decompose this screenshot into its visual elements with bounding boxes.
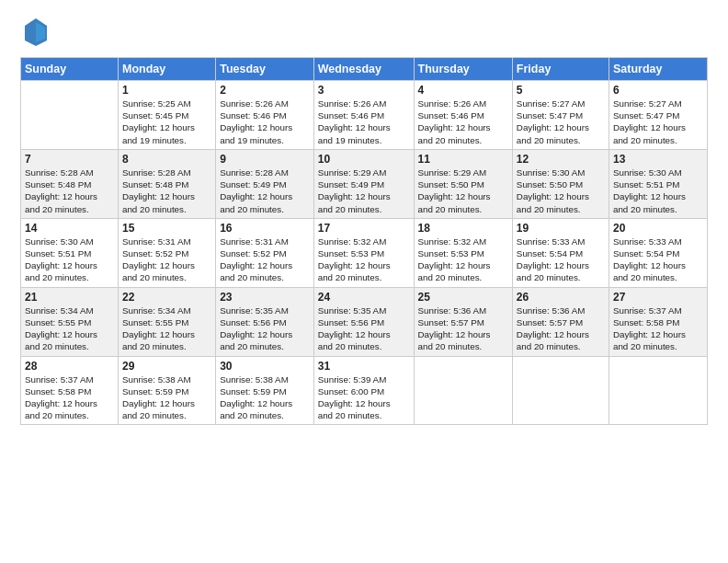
day-number: 1 xyxy=(122,84,211,97)
calendar-cell: 3Sunrise: 5:26 AM Sunset: 5:46 PM Daylig… xyxy=(313,81,414,150)
day-info: Sunrise: 5:33 AM Sunset: 5:54 PM Dayligh… xyxy=(613,236,703,284)
day-info: Sunrise: 5:27 AM Sunset: 5:47 PM Dayligh… xyxy=(517,98,605,146)
day-number: 6 xyxy=(613,84,703,97)
day-info: Sunrise: 5:25 AM Sunset: 5:45 PM Dayligh… xyxy=(122,98,211,146)
day-number: 25 xyxy=(418,291,508,304)
day-number: 20 xyxy=(613,222,703,235)
header xyxy=(20,17,708,48)
day-number: 31 xyxy=(318,360,410,373)
calendar-cell xyxy=(21,81,119,150)
calendar-cell: 17Sunrise: 5:32 AM Sunset: 5:53 PM Dayli… xyxy=(313,218,414,287)
day-number: 8 xyxy=(122,153,211,166)
calendar-week-3: 14Sunrise: 5:30 AM Sunset: 5:51 PM Dayli… xyxy=(21,218,708,287)
calendar-cell: 9Sunrise: 5:28 AM Sunset: 5:49 PM Daylig… xyxy=(216,149,314,218)
weekday-header-row: SundayMondayTuesdayWednesdayThursdayFrid… xyxy=(21,58,708,81)
day-number: 16 xyxy=(220,222,310,235)
weekday-header-saturday: Saturday xyxy=(609,58,707,81)
calendar-cell: 22Sunrise: 5:34 AM Sunset: 5:55 PM Dayli… xyxy=(118,287,215,356)
day-number: 3 xyxy=(318,84,410,97)
calendar-cell: 28Sunrise: 5:37 AM Sunset: 5:58 PM Dayli… xyxy=(21,356,119,425)
day-number: 17 xyxy=(318,222,410,235)
day-info: Sunrise: 5:31 AM Sunset: 5:52 PM Dayligh… xyxy=(220,236,310,284)
day-info: Sunrise: 5:37 AM Sunset: 5:58 PM Dayligh… xyxy=(25,373,114,422)
calendar-cell: 7Sunrise: 5:28 AM Sunset: 5:48 PM Daylig… xyxy=(21,149,119,218)
day-info: Sunrise: 5:32 AM Sunset: 5:53 PM Dayligh… xyxy=(418,236,508,284)
calendar-cell: 12Sunrise: 5:30 AM Sunset: 5:50 PM Dayli… xyxy=(512,149,609,218)
day-number: 29 xyxy=(122,360,211,373)
day-number: 13 xyxy=(613,153,703,166)
day-info: Sunrise: 5:28 AM Sunset: 5:49 PM Dayligh… xyxy=(220,167,310,215)
calendar-table: SundayMondayTuesdayWednesdayThursdayFrid… xyxy=(20,57,708,425)
day-info: Sunrise: 5:38 AM Sunset: 5:59 PM Dayligh… xyxy=(220,373,310,422)
calendar-cell xyxy=(414,356,512,425)
calendar-cell: 1Sunrise: 5:25 AM Sunset: 5:45 PM Daylig… xyxy=(118,81,215,150)
calendar-cell: 8Sunrise: 5:28 AM Sunset: 5:48 PM Daylig… xyxy=(118,149,215,218)
day-number: 9 xyxy=(220,153,310,166)
calendar-cell xyxy=(609,356,707,425)
page: SundayMondayTuesdayWednesdayThursdayFrid… xyxy=(0,0,728,563)
day-info: Sunrise: 5:31 AM Sunset: 5:52 PM Dayligh… xyxy=(122,236,211,284)
calendar-cell: 16Sunrise: 5:31 AM Sunset: 5:52 PM Dayli… xyxy=(216,218,314,287)
calendar-cell: 11Sunrise: 5:29 AM Sunset: 5:50 PM Dayli… xyxy=(414,149,512,218)
weekday-header-tuesday: Tuesday xyxy=(216,58,314,81)
day-info: Sunrise: 5:37 AM Sunset: 5:58 PM Dayligh… xyxy=(613,304,703,353)
calendar-cell: 19Sunrise: 5:33 AM Sunset: 5:54 PM Dayli… xyxy=(512,218,609,287)
day-number: 11 xyxy=(418,153,508,166)
day-info: Sunrise: 5:29 AM Sunset: 5:50 PM Dayligh… xyxy=(418,167,508,215)
day-info: Sunrise: 5:35 AM Sunset: 5:56 PM Dayligh… xyxy=(220,304,310,353)
day-info: Sunrise: 5:39 AM Sunset: 6:00 PM Dayligh… xyxy=(318,373,410,422)
day-info: Sunrise: 5:34 AM Sunset: 5:55 PM Dayligh… xyxy=(122,304,211,353)
day-info: Sunrise: 5:35 AM Sunset: 5:56 PM Dayligh… xyxy=(318,304,410,353)
calendar-cell: 26Sunrise: 5:36 AM Sunset: 5:57 PM Dayli… xyxy=(512,287,609,356)
calendar-cell: 23Sunrise: 5:35 AM Sunset: 5:56 PM Dayli… xyxy=(216,287,314,356)
day-info: Sunrise: 5:34 AM Sunset: 5:55 PM Dayligh… xyxy=(25,304,114,353)
day-info: Sunrise: 5:26 AM Sunset: 5:46 PM Dayligh… xyxy=(220,98,310,146)
day-info: Sunrise: 5:30 AM Sunset: 5:51 PM Dayligh… xyxy=(613,167,703,215)
day-number: 7 xyxy=(25,153,114,166)
day-info: Sunrise: 5:27 AM Sunset: 5:47 PM Dayligh… xyxy=(613,98,703,146)
weekday-header-monday: Monday xyxy=(118,58,215,81)
day-info: Sunrise: 5:30 AM Sunset: 5:50 PM Dayligh… xyxy=(517,167,605,215)
day-info: Sunrise: 5:33 AM Sunset: 5:54 PM Dayligh… xyxy=(517,236,605,284)
day-info: Sunrise: 5:28 AM Sunset: 5:48 PM Dayligh… xyxy=(25,167,114,215)
day-number: 5 xyxy=(517,84,605,97)
day-number: 23 xyxy=(220,291,310,304)
calendar-cell: 14Sunrise: 5:30 AM Sunset: 5:51 PM Dayli… xyxy=(21,218,119,287)
calendar-cell: 4Sunrise: 5:26 AM Sunset: 5:46 PM Daylig… xyxy=(414,81,512,150)
day-info: Sunrise: 5:26 AM Sunset: 5:46 PM Dayligh… xyxy=(318,98,410,146)
day-info: Sunrise: 5:36 AM Sunset: 5:57 PM Dayligh… xyxy=(517,304,605,353)
logo-icon xyxy=(23,17,49,48)
day-number: 18 xyxy=(418,222,508,235)
calendar-cell: 25Sunrise: 5:36 AM Sunset: 5:57 PM Dayli… xyxy=(414,287,512,356)
day-number: 10 xyxy=(318,153,410,166)
day-number: 30 xyxy=(220,360,310,373)
weekday-header-thursday: Thursday xyxy=(414,58,512,81)
day-number: 24 xyxy=(318,291,410,304)
day-number: 4 xyxy=(418,84,508,97)
day-number: 26 xyxy=(517,291,605,304)
calendar-cell: 5Sunrise: 5:27 AM Sunset: 5:47 PM Daylig… xyxy=(512,81,609,150)
day-info: Sunrise: 5:29 AM Sunset: 5:49 PM Dayligh… xyxy=(318,167,410,215)
calendar-cell: 31Sunrise: 5:39 AM Sunset: 6:00 PM Dayli… xyxy=(313,356,414,425)
calendar-cell: 29Sunrise: 5:38 AM Sunset: 5:59 PM Dayli… xyxy=(118,356,215,425)
day-number: 19 xyxy=(517,222,605,235)
calendar-cell: 15Sunrise: 5:31 AM Sunset: 5:52 PM Dayli… xyxy=(118,218,215,287)
day-number: 22 xyxy=(122,291,211,304)
weekday-header-friday: Friday xyxy=(512,58,609,81)
day-info: Sunrise: 5:30 AM Sunset: 5:51 PM Dayligh… xyxy=(25,236,114,284)
calendar-cell: 21Sunrise: 5:34 AM Sunset: 5:55 PM Dayli… xyxy=(21,287,119,356)
calendar-week-4: 21Sunrise: 5:34 AM Sunset: 5:55 PM Dayli… xyxy=(21,287,708,356)
calendar-cell: 6Sunrise: 5:27 AM Sunset: 5:47 PM Daylig… xyxy=(609,81,707,150)
calendar-cell: 30Sunrise: 5:38 AM Sunset: 5:59 PM Dayli… xyxy=(216,356,314,425)
day-number: 21 xyxy=(25,291,114,304)
day-number: 12 xyxy=(517,153,605,166)
calendar-cell xyxy=(512,356,609,425)
day-info: Sunrise: 5:28 AM Sunset: 5:48 PM Dayligh… xyxy=(122,167,211,215)
calendar-cell: 13Sunrise: 5:30 AM Sunset: 5:51 PM Dayli… xyxy=(609,149,707,218)
logo xyxy=(20,17,49,48)
calendar-cell: 10Sunrise: 5:29 AM Sunset: 5:49 PM Dayli… xyxy=(313,149,414,218)
calendar-cell: 18Sunrise: 5:32 AM Sunset: 5:53 PM Dayli… xyxy=(414,218,512,287)
calendar-cell: 2Sunrise: 5:26 AM Sunset: 5:46 PM Daylig… xyxy=(216,81,314,150)
day-info: Sunrise: 5:36 AM Sunset: 5:57 PM Dayligh… xyxy=(418,304,508,353)
day-number: 28 xyxy=(25,360,114,373)
